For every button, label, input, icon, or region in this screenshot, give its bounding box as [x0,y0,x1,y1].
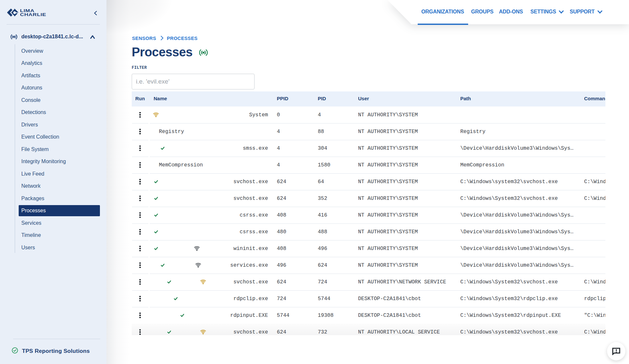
svg-text:CHARLIE: CHARLIE [20,12,46,17]
